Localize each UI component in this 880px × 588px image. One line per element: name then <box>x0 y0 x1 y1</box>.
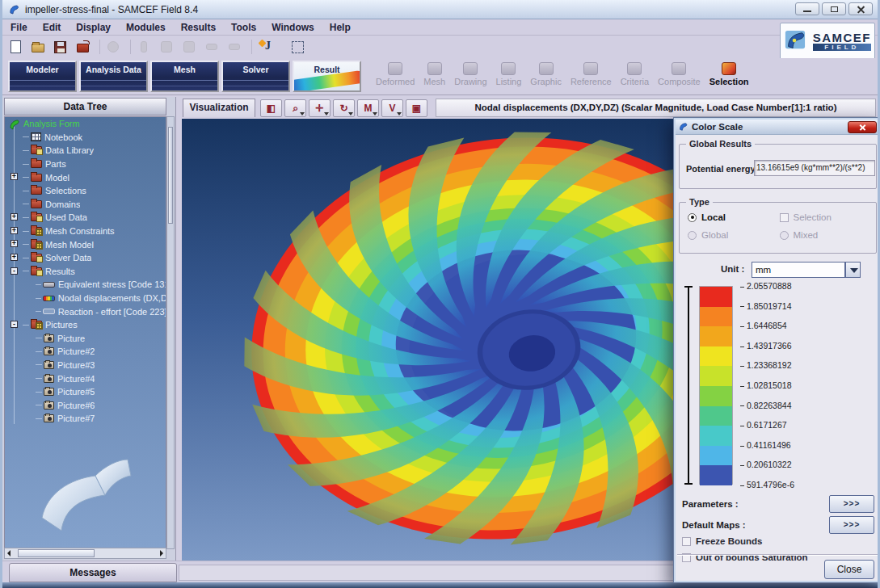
tree-item-picture-3[interactable]: Picture#3 <box>5 359 166 372</box>
rotate-icon[interactable]: ↻ <box>333 99 355 117</box>
menu-help[interactable]: Help <box>330 22 351 33</box>
scale-value: 1.6446854 <box>740 321 787 330</box>
dialog-title-bar[interactable]: Color Scale <box>676 120 879 135</box>
tree-connector <box>23 177 29 178</box>
module-tab-mesh[interactable]: Mesh <box>150 61 219 92</box>
menu-tools[interactable]: Tools <box>231 22 256 33</box>
camera-icon <box>44 388 54 396</box>
minimize-button[interactable] <box>795 2 819 15</box>
visibility-icon[interactable]: V <box>381 99 403 117</box>
tree-item-picture-5[interactable]: Picture#5 <box>5 385 166 399</box>
tree-item-parts[interactable]: Parts <box>5 158 166 171</box>
tree-expander[interactable]: - <box>11 321 18 328</box>
tree-expander[interactable]: + <box>11 240 18 247</box>
scale-value: 591.4796e-6 <box>740 480 794 489</box>
freeze-bounds-checkbox[interactable]: Freeze Bounds <box>682 536 762 546</box>
default-maps-expand-button[interactable]: >>> <box>829 516 874 534</box>
module-tab-solver[interactable]: Solver <box>221 61 290 92</box>
tree-item-analysis-form[interactable]: Analysis Form <box>5 117 166 131</box>
menu-windows[interactable]: Windows <box>272 22 314 33</box>
dialog-close-icon[interactable] <box>848 121 877 133</box>
tab-visualization[interactable]: Visualization <box>183 99 255 117</box>
tree-item-nodal-displacements-dx-dy-dz[interactable]: Nodal displacements (DX,DY,DZ <box>5 292 166 305</box>
module-tab-result[interactable]: Result <box>293 61 361 92</box>
tree-item-domains[interactable]: Domains <box>5 198 166 212</box>
tree-item-pictures[interactable]: -Pictures <box>5 318 166 332</box>
tree-item-model[interactable]: +Model <box>5 170 166 184</box>
tree-item-reaction-effort-code-223-loa[interactable]: Reaction - effort [Code 223] (Loa <box>5 304 166 318</box>
tree-connector <box>23 164 29 165</box>
tree-item-picture-2[interactable]: Picture#2 <box>5 345 166 359</box>
tree-item-used-data[interactable]: +Used Data <box>5 211 166 225</box>
tree-expander[interactable]: + <box>11 227 18 234</box>
app-icon <box>9 4 20 15</box>
camera-icon <box>44 361 54 369</box>
tree-item-picture-4[interactable]: Picture#4 <box>5 372 166 385</box>
result-tool-selection[interactable]: Selection <box>709 62 749 86</box>
tree-item-label: Pictures <box>45 320 78 330</box>
scale-value: 1.02815018 <box>740 380 791 390</box>
result-outline-icon <box>43 309 55 314</box>
tree-vertical-scrollbar[interactable] <box>166 116 175 549</box>
save-file-icon[interactable] <box>54 40 69 55</box>
tree-item-selections[interactable]: Selections <box>5 184 166 198</box>
parameters-expand-button[interactable]: >>> <box>829 495 874 513</box>
tree-item-equivalent-stress-code-1310[interactable]: Equivalent stress [Code 1310] ( <box>5 278 166 292</box>
tree-item-notebook[interactable]: Notebook <box>5 131 166 145</box>
tree-item-mesh-constraints[interactable]: +Mesh Constraints <box>5 225 166 238</box>
module-tab-label: Mesh <box>152 65 217 74</box>
import-icon[interactable] <box>77 40 92 55</box>
tree-item-label: Mesh Model <box>45 240 94 250</box>
selection-box-icon[interactable] <box>292 40 307 55</box>
result-tool-composite: Composite <box>658 62 701 86</box>
tree-connector <box>23 136 29 137</box>
tree-expander[interactable]: - <box>11 267 18 275</box>
menu-file[interactable]: File <box>11 22 27 33</box>
menu-display[interactable]: Display <box>76 22 111 33</box>
pan-icon[interactable]: ✛ <box>309 99 331 117</box>
dialog-close-button[interactable]: Close <box>824 560 874 579</box>
open-file-icon[interactable] <box>32 40 47 55</box>
marker-icon[interactable]: M <box>357 99 379 117</box>
menu-bar: FileEditDisplayModulesResultsToolsWindow… <box>2 20 878 36</box>
dialog-icon <box>679 122 688 132</box>
close-button[interactable] <box>848 2 873 15</box>
maximize-button[interactable] <box>822 2 846 15</box>
type-option-label: Local <box>701 212 726 222</box>
scale-range-bar[interactable] <box>688 286 689 485</box>
menu-edit[interactable]: Edit <box>43 22 61 33</box>
display-style-icon[interactable]: ◧ <box>260 99 282 117</box>
samcef-logo: SAMCEF FIELD <box>780 23 875 60</box>
units-icon[interactable]: J <box>259 40 275 55</box>
unit-dropdown-icon[interactable] <box>845 262 861 278</box>
tree-item-picture-7[interactable]: Picture#7 <box>5 412 166 426</box>
tree-connector <box>36 338 42 338</box>
tree-expander[interactable]: + <box>11 213 18 220</box>
tree-expander[interactable]: + <box>11 173 18 180</box>
reference-icon <box>583 62 598 75</box>
tree-item-solver-data[interactable]: +Solver Data <box>5 251 166 265</box>
tree-item-mesh-model[interactable]: +Mesh Model <box>5 237 166 251</box>
tab-messages[interactable]: Messages <box>9 563 177 582</box>
menu-results[interactable]: Results <box>181 22 216 33</box>
scale-value: 0.20610322 <box>740 460 791 469</box>
tree-item-picture[interactable]: Picture <box>5 332 166 346</box>
potential-energy-label: Potential energy <box>686 164 756 174</box>
zoom-icon[interactable]: ⌕ <box>284 99 306 117</box>
tree-horizontal-scrollbar[interactable] <box>4 548 166 559</box>
tree-expander[interactable]: + <box>11 254 18 261</box>
type-option-local[interactable]: Local <box>688 212 780 222</box>
tree-item-picture-6[interactable]: Picture#6 <box>5 398 166 412</box>
menu-modules[interactable]: Modules <box>126 22 166 33</box>
tree-item-label: Notebook <box>44 132 82 142</box>
scale-value: 1.23368192 <box>740 360 791 370</box>
module-tab-analysis-data[interactable]: Analysis Data <box>79 61 148 92</box>
tree-item-results[interactable]: -Results <box>5 265 166 279</box>
module-tab-modeler[interactable]: Modeler <box>8 61 77 92</box>
tree-item-data-library[interactable]: Data Library <box>5 144 166 158</box>
snapshot-icon[interactable]: ▣ <box>406 99 427 117</box>
unit-select[interactable]: mm <box>752 262 845 278</box>
criteria-icon <box>627 62 642 75</box>
new-file-icon[interactable] <box>9 40 24 55</box>
folder-icon <box>31 200 42 208</box>
